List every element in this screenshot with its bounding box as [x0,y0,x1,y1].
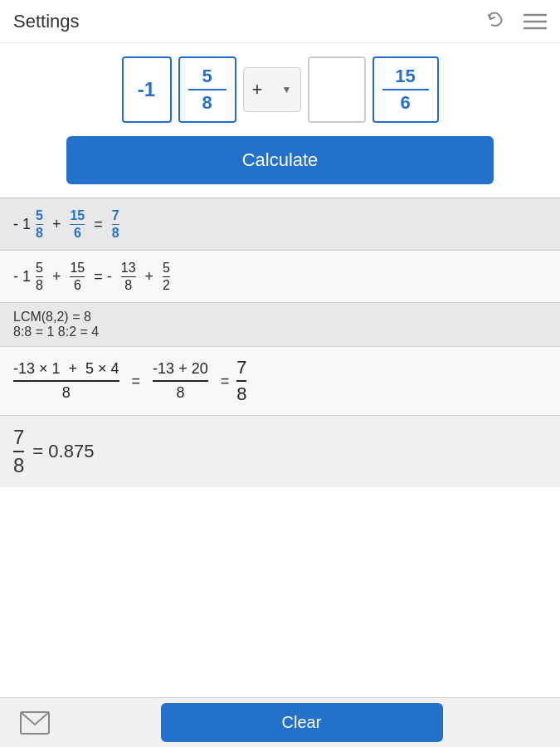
formula-frac1: -13 × 1 + 5 × 4 8 [13,360,119,402]
numerator-1: 5 [188,66,226,90]
step1-op: + [48,216,66,233]
formula-result: 7 8 [236,357,246,405]
step2-res2-den: 2 [163,277,170,293]
calculate-btn-container: Calculate [0,136,560,198]
menu-button[interactable] [523,12,547,31]
step2-op2: + [141,268,158,286]
step2-frac2-num: 15 [70,261,85,277]
formula-section: -13 × 1 + 5 × 4 8 = -13 + 20 8 = 7 8 [0,347,560,416]
lcm-label: LCM(8,2) = 8 [13,310,547,325]
step2-res2-num: 5 [163,261,170,277]
result-whole-box[interactable] [308,56,366,123]
decimal-frac-num: 7 [13,426,24,452]
decimal-frac-den: 8 [13,452,24,477]
step2-res1: 13 8 [121,261,136,292]
operator-selector[interactable]: + ▼ [243,67,301,112]
formula-res-num: 7 [236,357,246,382]
operator-label: + [252,79,263,100]
step2-frac1-den: 8 [36,277,43,293]
numerator-2: 15 [382,66,429,90]
header: Settings [0,0,560,43]
email-icon [20,711,50,735]
undo-button[interactable] [484,10,507,33]
lcm-section: LCM(8,2) = 8 8:8 = 1 8:2 = 4 [0,303,560,347]
step1-frac1: 5 8 [36,208,43,240]
calculate-button[interactable]: Calculate [66,136,494,184]
decimal-value: = 0.875 [32,441,94,462]
input-area: -1 5 8 + ▼ 15 6 [0,43,560,136]
step1-res-num: 7 [112,208,119,225]
formula-frac2: -13 + 20 8 [153,360,208,402]
lcm-detail: 8:8 = 1 8:2 = 4 [13,325,547,339]
email-button[interactable] [13,705,56,741]
step1-res-den: 8 [112,225,119,241]
formula-frac1-num: -13 × 1 + 5 × 4 [13,360,119,382]
formula-eq1: = [128,373,145,390]
result-step-1: - 1 5 8 + 15 6 = 7 8 [0,198,560,251]
step1-frac2-num: 15 [70,208,85,225]
step1-result: 7 8 [112,208,119,240]
bottom-bar: Clear [0,697,560,747]
step1-neg: - 1 [13,216,31,233]
formula-frac1-den: 8 [62,382,71,402]
step2-res1-den: 8 [124,277,132,293]
denominator-1: 8 [202,90,212,114]
step2-frac2: 15 6 [70,261,85,292]
result-step-2: - 1 5 8 + 15 6 = - 13 8 + 5 2 [0,251,560,303]
decimal-result-section: 7 8 = 0.875 [0,416,560,487]
step1-frac1-den: 8 [36,225,43,241]
step1-frac2-den: 6 [74,225,81,241]
undo-icon [484,10,507,33]
step2-neg: - 1 [13,268,31,286]
step1-frac2: 15 6 [70,208,85,240]
denominator-2: 6 [400,90,410,114]
formula-frac2-num: -13 + 20 [153,360,208,382]
dropdown-arrow-icon: ▼ [282,84,292,95]
step2-op: + [48,268,66,286]
formula-frac2-den: 8 [176,382,184,402]
whole-value-1: -1 [138,78,155,101]
step1-frac1-num: 5 [36,208,43,225]
whole-number-1[interactable]: -1 [122,56,172,123]
header-icons [484,10,547,33]
fraction-input-1[interactable]: 5 8 [178,56,236,123]
step2-res1-num: 13 [121,261,136,277]
formula-res-den: 8 [236,382,246,405]
hamburger-icon [523,12,547,31]
step2-frac1: 5 8 [36,261,43,292]
step2-res2: 5 2 [163,261,170,292]
step2-frac2-den: 6 [74,277,81,293]
step2-frac1-num: 5 [36,261,43,277]
step2-eq: = - [90,268,116,286]
step1-eq: = [90,216,107,233]
clear-button[interactable]: Clear [161,703,443,742]
fraction-input-2[interactable]: 15 6 [373,56,439,123]
results-area: - 1 5 8 + 15 6 = 7 8 - 1 5 8 + 15 6 = - … [0,198,560,487]
formula-eq2: = [217,373,234,390]
settings-title: Settings [13,11,80,32]
decimal-frac: 7 8 [13,426,24,477]
